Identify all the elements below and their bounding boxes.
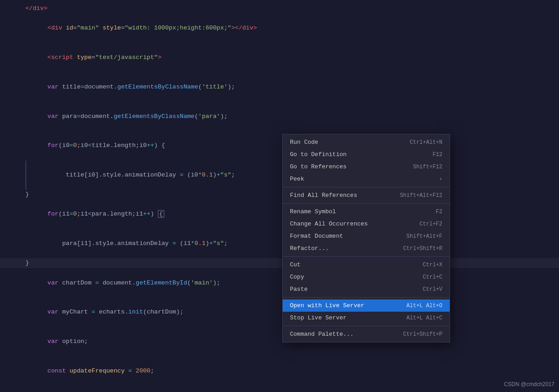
code-line: title[i0].style.animationDelay = (i0*0.1… <box>0 161 559 190</box>
menu-item-cut[interactable]: Cut Ctrl+X <box>283 259 450 271</box>
menu-item-goto-def[interactable]: Go to Definition F12 <box>283 148 450 161</box>
menu-item-label: Go to References <box>290 163 347 170</box>
code-line: <div id="main" style="width: 1000px;heig… <box>0 14 559 43</box>
menu-item-shortcut: Ctrl+F2 <box>420 221 442 227</box>
menu-item-shortcut: Shift+Alt+F12 <box>400 192 442 199</box>
code-line: var title=document.getElementsByClassNam… <box>0 72 559 102</box>
menu-item-label: Peek <box>290 176 304 182</box>
chevron-right-icon: › <box>439 176 442 182</box>
context-menu: Run Code Ctrl+Alt+N Go to Definition F12… <box>282 134 450 343</box>
menu-item-label: Rename Symbol <box>290 208 336 215</box>
menu-item-label: Change All Occurrences <box>290 220 368 227</box>
menu-item-copy[interactable]: Copy Ctrl+C <box>283 271 450 283</box>
menu-item-shortcut: Shift+Alt+F <box>407 233 442 240</box>
menu-item-shortcut: F2 <box>436 209 442 215</box>
code-line: <script type="text/javascript"> <box>0 43 559 72</box>
menu-item-shortcut: Ctrl+C <box>423 274 442 280</box>
menu-separator <box>283 203 450 204</box>
watermark: CSDN @cmdch2017 <box>504 381 554 387</box>
menu-item-label: Find All References <box>290 192 357 199</box>
code-line: var myChart = echarts.init(chartDom); <box>0 298 559 327</box>
code-line: for(i0=0;i0<title.length;i0++) { <box>0 131 559 161</box>
code-line: const dimension = 0; <box>0 386 559 392</box>
menu-item-refactor[interactable]: Refactor... Ctrl+Shift+R <box>283 242 450 255</box>
menu-item-run-code[interactable]: Run Code Ctrl+Alt+N <box>283 136 450 148</box>
menu-item-label: Command Palette... <box>290 331 353 338</box>
menu-item-label: Cut <box>290 261 300 268</box>
menu-separator <box>283 326 450 326</box>
code-line: const updateFrequency = 2000; <box>0 356 559 386</box>
code-line: var option; <box>0 327 559 357</box>
menu-item-live-server[interactable]: Open with Live Server Alt+L Alt+O <box>283 299 450 312</box>
menu-item-label: Refactor... <box>290 245 329 252</box>
code-line: var chartDom = document.getElementById('… <box>0 268 559 298</box>
menu-item-find-refs[interactable]: Find All References Shift+Alt+F12 <box>283 189 450 201</box>
menu-item-label: Open with Live Server <box>290 302 364 309</box>
menu-item-label: Run Code <box>290 139 318 146</box>
menu-item-goto-refs[interactable]: Go to References Shift+F12 <box>283 161 450 173</box>
menu-item-shortcut: F12 <box>432 152 442 158</box>
menu-separator <box>283 187 450 187</box>
code-line: var para=document.getElementsByClassName… <box>0 102 559 131</box>
code-editor: </div> <div id="main" style="width: 1000… <box>0 0 559 392</box>
menu-item-peek[interactable]: Peek › <box>283 173 450 185</box>
code-line: } <box>0 190 559 200</box>
menu-item-label: Stop Live Server <box>290 314 347 321</box>
menu-item-shortcut: Alt+L Alt+O <box>407 303 442 309</box>
menu-item-shortcut: Ctrl+V <box>423 286 442 293</box>
menu-item-command-palette[interactable]: Command Palette... Ctrl+Shift+P <box>283 328 450 340</box>
menu-item-label: Paste <box>290 286 308 293</box>
menu-item-shortcut: Ctrl+Alt+N <box>410 139 442 146</box>
menu-item-rename-symbol[interactable]: Rename Symbol F2 <box>283 206 450 218</box>
menu-item-paste[interactable]: Paste Ctrl+V <box>283 283 450 295</box>
menu-item-shortcut: Ctrl+Shift+P <box>403 331 442 338</box>
code-line: for(i1=0;i1<para.length;i1++) { <box>0 200 559 229</box>
code-line: </div> <box>0 4 559 14</box>
menu-item-label: Copy <box>290 274 304 280</box>
menu-item-format-doc[interactable]: Format Document Shift+Alt+F <box>283 230 450 242</box>
menu-item-label: Format Document <box>290 233 343 240</box>
menu-item-change-all[interactable]: Change All Occurrences Ctrl+F2 <box>283 218 450 230</box>
menu-separator <box>283 256 450 257</box>
code-line: para[i1].style.animationDelay = (i1*0.1)… <box>0 229 559 259</box>
menu-item-stop-server[interactable]: Stop Live Server Alt+L Alt+C <box>283 312 450 324</box>
menu-item-shortcut: Alt+L Alt+C <box>407 315 442 321</box>
code-line: } <box>0 258 559 268</box>
menu-separator <box>283 297 450 298</box>
menu-item-shortcut: Ctrl+X <box>423 262 442 268</box>
menu-item-shortcut: Ctrl+Shift+R <box>403 245 442 252</box>
menu-item-shortcut: Shift+F12 <box>413 164 442 170</box>
menu-item-label: Go to Definition <box>290 151 347 158</box>
